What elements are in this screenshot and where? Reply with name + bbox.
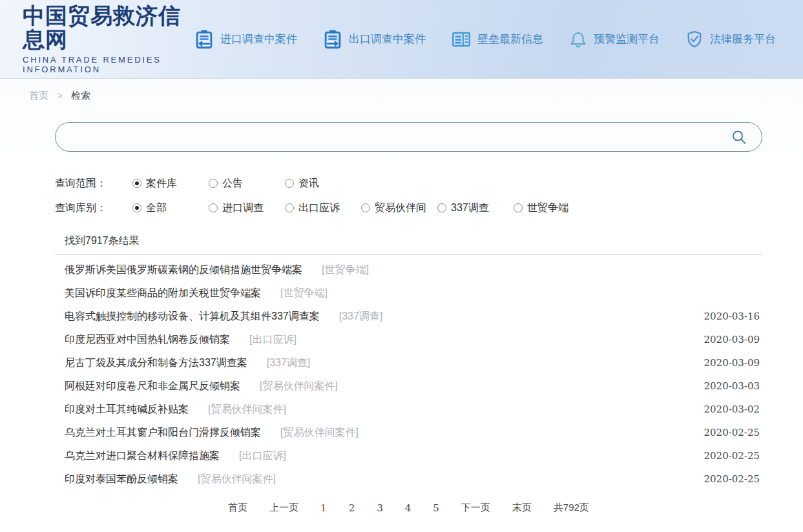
result-category-tag: [出口应诉] bbox=[249, 333, 297, 347]
result-title-link[interactable]: 印度尼西亚对中国热轧钢卷反倾销案 bbox=[65, 333, 230, 347]
radio-option-label: 贸易伙伴间 bbox=[375, 201, 426, 215]
pagination: 首页 上一页 1 2 3 4 5 下一页 末页 共792页 bbox=[55, 502, 762, 514]
result-date: 2020-03-09 bbox=[704, 334, 762, 345]
result-date: 2020-03-02 bbox=[704, 404, 762, 415]
radio-icon bbox=[514, 203, 523, 212]
pagination-first-button[interactable]: 首页 bbox=[228, 502, 247, 514]
pagination-page-2[interactable]: 2 bbox=[349, 502, 355, 514]
result-row: 乌克兰对进口聚合材料保障措施案 [出口应诉] 2020-02-25 bbox=[55, 444, 762, 467]
newspaper-icon bbox=[450, 28, 472, 50]
radio-icon bbox=[437, 203, 446, 212]
result-category-tag: [世贸争端] bbox=[322, 263, 369, 277]
radio-selected-icon bbox=[132, 179, 141, 188]
result-category-tag: [世贸争端] bbox=[280, 287, 328, 300]
result-row: 美国诉印度某些商品的附加关税世贸争端案 [世贸争端] bbox=[55, 281, 762, 305]
result-date: 2020-02-25 bbox=[704, 473, 762, 485]
nav-item-import-cases[interactable]: 进口调查中案件 bbox=[193, 28, 297, 50]
pagination-page-4[interactable]: 4 bbox=[405, 502, 412, 514]
breadcrumb-separator: > bbox=[57, 90, 63, 101]
result-title-link[interactable]: 美国诉印度某些商品的附加关税世贸争端案 bbox=[65, 287, 261, 300]
result-row: 印度对土耳其纯碱反补贴案 [贸易伙伴间案件] 2020-03-02 bbox=[55, 398, 762, 421]
nav-label: 壁垒最新信息 bbox=[477, 32, 543, 46]
breadcrumb-home-link[interactable]: 首页 bbox=[29, 90, 48, 101]
result-row: 印度尼西亚对中国热轧钢卷反倾销案 [出口应诉] 2020-03-09 bbox=[55, 328, 762, 351]
clipboard-import-icon bbox=[193, 28, 215, 50]
nav-item-warning-platform[interactable]: 预警监测平台 bbox=[568, 29, 660, 50]
filter-row-database: 查询库别： 全部 进口调查 出口应诉 贸易伙伴间 337调查 bbox=[55, 196, 762, 220]
pagination-last-button[interactable]: 末页 bbox=[512, 502, 532, 514]
pagination-page-3[interactable]: 3 bbox=[377, 502, 383, 514]
result-category-tag: [出口应诉] bbox=[239, 449, 286, 463]
top-nav: 进口调查中案件 出口调查中案件 bbox=[193, 28, 776, 50]
result-category-tag: [贸易伙伴间案件] bbox=[280, 426, 359, 440]
result-title-link[interactable]: 俄罗斯诉美国俄罗斯碳素钢的反倾销措施世贸争端案 bbox=[65, 263, 302, 277]
result-title-link[interactable]: 阿根廷对印度卷尺和非金属尺反倾销案 bbox=[65, 380, 240, 393]
radio-option-export-response[interactable]: 出口应诉 bbox=[285, 201, 361, 215]
pagination-page-1[interactable]: 1 bbox=[320, 502, 327, 514]
radio-icon bbox=[285, 179, 294, 188]
radio-icon bbox=[209, 179, 218, 188]
result-title-link[interactable]: 电容式触摸控制的移动设备、计算机及其组件337调查案 bbox=[65, 310, 320, 323]
radio-option-wto-dispute[interactable]: 世贸争端 bbox=[514, 201, 590, 215]
nav-item-legal-platform[interactable]: 法律服务平台 bbox=[684, 29, 776, 50]
result-row: 尼古丁袋及其成分和制备方法337调查案 [337调查] 2020-03-09 bbox=[55, 351, 762, 374]
result-category-tag: [贸易伙伴间案件] bbox=[208, 403, 286, 416]
radio-option-announcements[interactable]: 公告 bbox=[209, 177, 285, 190]
radio-option-all[interactable]: 全部 bbox=[132, 201, 209, 215]
site-logo[interactable]: 中国贸易救济信息网 CHINA TRADE REMEDIES INFORMATI… bbox=[23, 4, 193, 75]
radio-option-label: 进口调查 bbox=[222, 201, 264, 215]
radio-option-import-investigation[interactable]: 进口调查 bbox=[209, 201, 285, 215]
result-date: 2020-03-09 bbox=[704, 357, 762, 369]
search-icon[interactable] bbox=[729, 128, 749, 147]
radio-option-label: 资讯 bbox=[298, 177, 319, 190]
pagination-next-button[interactable]: 下一页 bbox=[461, 502, 490, 514]
result-date: 2020-02-25 bbox=[704, 450, 762, 462]
site-title: 中国贸易救济信息网 bbox=[23, 4, 193, 52]
pagination-page-5[interactable]: 5 bbox=[433, 502, 439, 514]
result-row: 俄罗斯诉美国俄罗斯碳素钢的反倾销措施世贸争端案 [世贸争端] bbox=[55, 258, 762, 281]
result-row: 电容式触摸控制的移动设备、计算机及其组件337调查案 [337调查] 2020-… bbox=[55, 305, 762, 328]
result-title-link[interactable]: 印度对土耳其纯碱反补贴案 bbox=[65, 403, 189, 416]
search-filters: 查询范围： 案件库 公告 资讯 查询库别： 全部 进口调查 bbox=[55, 171, 762, 220]
radio-icon bbox=[285, 203, 294, 212]
filter-row-scope: 查询范围： 案件库 公告 资讯 bbox=[55, 171, 762, 196]
search-input[interactable] bbox=[74, 123, 707, 151]
breadcrumb: 首页 > 检索 bbox=[0, 79, 803, 102]
result-category-tag: [贸易伙伴间案件] bbox=[198, 473, 276, 486]
pagination-prev-button[interactable]: 上一页 bbox=[269, 502, 298, 514]
radio-icon bbox=[209, 203, 218, 212]
radio-option-case-library[interactable]: 案件库 bbox=[132, 177, 209, 190]
radio-option-337-investigation[interactable]: 337调查 bbox=[437, 201, 514, 215]
radio-option-label: 公告 bbox=[222, 177, 243, 190]
radio-option-label: 337调查 bbox=[451, 201, 489, 215]
radio-option-label: 案件库 bbox=[146, 177, 177, 190]
result-title-link[interactable]: 尼古丁袋及其成分和制备方法337调查案 bbox=[65, 356, 247, 370]
radio-option-label: 出口应诉 bbox=[298, 201, 340, 215]
result-date: 2020-03-16 bbox=[704, 311, 762, 322]
radio-selected-icon bbox=[132, 203, 141, 212]
result-title-link[interactable]: 印度对泰国苯酚反倾销案 bbox=[65, 473, 178, 486]
nav-label: 进口调查中案件 bbox=[220, 32, 297, 46]
radio-option-news[interactable]: 资讯 bbox=[285, 177, 361, 190]
filter-scope-label: 查询范围： bbox=[55, 177, 132, 190]
result-category-tag: [贸易伙伴间案件] bbox=[260, 380, 338, 393]
result-title-link[interactable]: 乌克兰对土耳其窗户和阳台门滑撑反倾销案 bbox=[65, 426, 261, 440]
clipboard-export-icon bbox=[322, 28, 344, 50]
nav-label: 法律服务平台 bbox=[710, 32, 776, 46]
result-row: 印度对泰国苯酚反倾销案 [贸易伙伴间案件] 2020-02-25 bbox=[55, 467, 762, 491]
search-bar bbox=[55, 122, 762, 152]
header-banner: 中国贸易救济信息网 CHINA TRADE REMEDIES INFORMATI… bbox=[0, 0, 803, 79]
breadcrumb-current: 检索 bbox=[71, 90, 90, 101]
radio-option-trade-partners[interactable]: 贸易伙伴间 bbox=[361, 201, 437, 215]
result-date: 2020-02-25 bbox=[704, 427, 762, 438]
nav-item-barrier-news[interactable]: 壁垒最新信息 bbox=[450, 28, 543, 50]
results-summary: 找到7917条结果 bbox=[65, 234, 762, 248]
result-category-tag: [337调查] bbox=[267, 356, 311, 370]
site-subtitle: CHINA TRADE REMEDIES INFORMATION bbox=[23, 55, 193, 74]
nav-item-export-cases[interactable]: 出口调查中案件 bbox=[322, 28, 426, 50]
result-row: 阿根廷对印度卷尺和非金属尺反倾销案 [贸易伙伴间案件] 2020-03-03 bbox=[55, 374, 762, 398]
result-title-link[interactable]: 乌克兰对进口聚合材料保障措施案 bbox=[65, 449, 220, 463]
result-category-tag: [337调查] bbox=[339, 310, 383, 323]
nav-label: 预警监测平台 bbox=[594, 32, 660, 46]
result-row: 乌克兰对土耳其窗户和阳台门滑撑反倾销案 [贸易伙伴间案件] 2020-02-25 bbox=[55, 421, 762, 444]
